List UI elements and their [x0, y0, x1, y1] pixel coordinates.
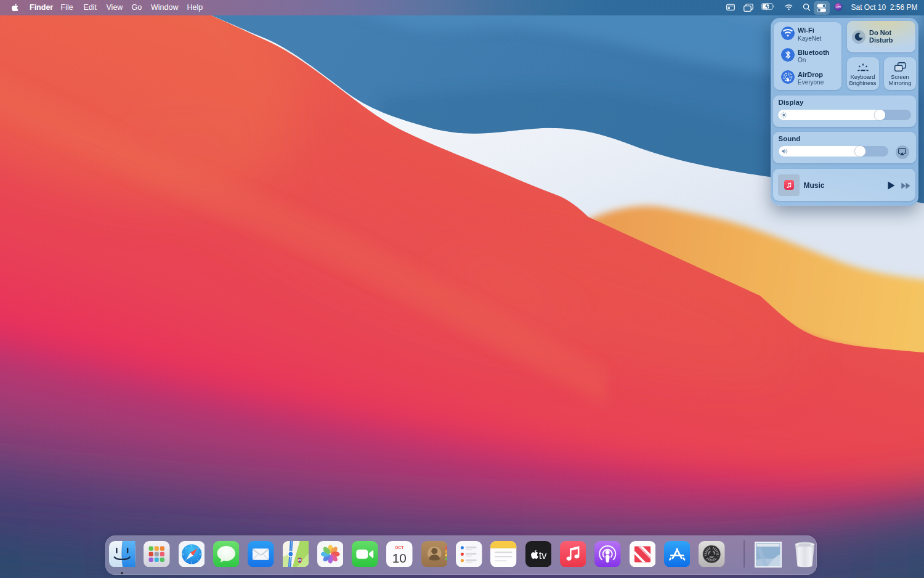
svg-text:OCT: OCT — [395, 545, 404, 550]
svg-text:tv: tv — [538, 549, 547, 560]
svg-text:10: 10 — [392, 550, 407, 564]
svg-text:280: 280 — [298, 559, 301, 561]
